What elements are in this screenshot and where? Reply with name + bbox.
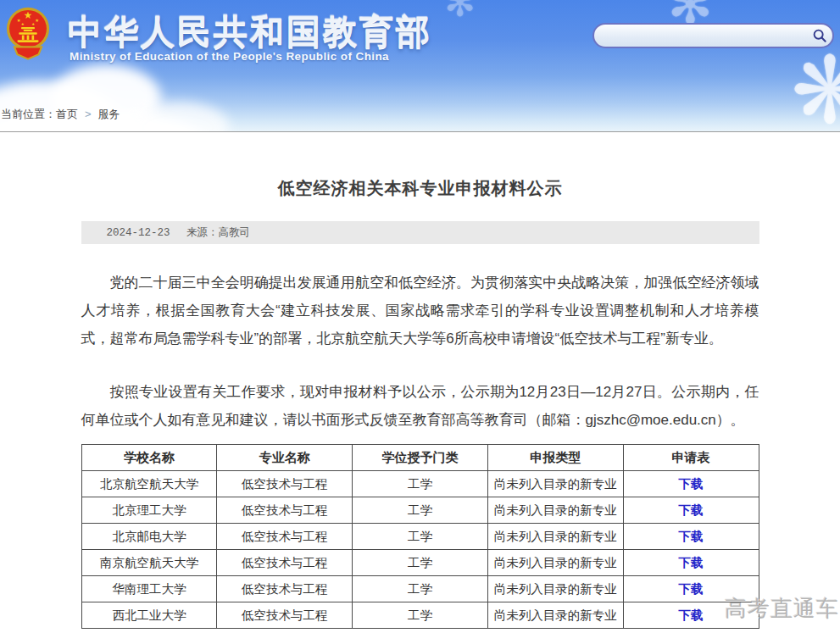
article-paragraph: 按照专业设置有关工作要求，现对申报材料予以公示，公示期为12月23日—12月27… [81,378,759,434]
cell-degree: 工学 [353,602,488,629]
cell-type: 尚未列入目录的新专业 [487,497,623,524]
dandelion-decoration: ❊ [807,127,840,132]
cell-form: 下载 [623,550,759,576]
cell-type: 尚未列入目录的新专业 [487,602,623,629]
cell-major: 低空技术与工程 [217,524,353,550]
search-input[interactable] [594,25,807,46]
cell-school: 西北工业大学 [81,602,217,629]
dandelion-decoration: ❋ [791,44,840,132]
cell-school: 北京航空航天大学 [81,471,217,497]
download-link[interactable]: 下载 [679,582,704,596]
table-header-row: 学校名称 专业名称 学位授予门类 申报类型 申请表 [81,445,759,471]
cell-type: 尚未列入目录的新专业 [487,524,623,550]
col-header-major: 专业名称 [217,445,353,471]
svg-text:★: ★ [24,9,32,20]
article-body: 党的二十届三中全会明确提出发展通用航空和低空经济。为贯彻落实中央战略决策，加强低… [81,269,759,434]
cell-school: 南京航空航天大学 [81,550,217,576]
cell-degree: 工学 [353,576,488,602]
col-header-school: 学校名称 [81,445,217,471]
breadcrumb: 当前位置：首页>服务 [1,107,120,122]
cell-degree: 工学 [353,550,488,576]
site-title: 中华人民共和国教育部 [68,8,432,55]
table-row: 西北工业大学 低空技术与工程 工学 尚未列入目录的新专业 下载 [81,602,759,629]
col-header-degree: 学位授予门类 [353,445,488,471]
cell-school: 北京邮电大学 [81,524,217,550]
table-row: 北京航空航天大学 低空技术与工程 工学 尚未列入目录的新专业 下载 [81,471,759,497]
svg-text:★: ★ [31,22,35,26]
download-link[interactable]: 下载 [679,530,704,543]
cell-form: 下载 [623,497,759,524]
search-icon [812,28,827,43]
table-row: 华南理工大学 低空技术与工程 工学 尚未列入目录的新专业 下载 [81,576,759,602]
download-link[interactable]: 下载 [679,503,704,517]
search-button[interactable] [807,25,832,47]
svg-text:★: ★ [21,22,25,26]
article-meta-bar: 2024-12-23 来源：高教司 [81,221,759,244]
cell-school: 华南理工大学 [81,576,217,602]
cell-degree: 工学 [353,471,488,497]
col-header-type: 申报类型 [487,445,623,471]
breadcrumb-label: 当前位置： [1,108,56,120]
article-paragraph: 党的二十届三中全会明确提出发展通用航空和低空经济。为贯彻落实中央战略决策，加强低… [81,269,759,353]
site-header: ❋ ✻ ✻ ❊ ★ ★ ★ ★ ★ 中华人民共和国教育部 Ministry of… [0,0,840,132]
site-subtitle: Ministry of Education of the People's Re… [70,50,389,63]
article-source: 来源：高教司 [186,226,250,238]
main-content: 低空经济相关本科专业申报材料公示 2024-12-23 来源：高教司 党的二十届… [0,133,840,644]
article-date: 2024-12-23 [107,227,170,239]
search-box [592,23,834,48]
cell-type: 尚未列入目录的新专业 [487,576,623,602]
cell-major: 低空技术与工程 [217,550,353,576]
download-link[interactable]: 下载 [679,556,704,569]
cell-form: 下载 [623,524,759,550]
cell-major: 低空技术与工程 [217,497,353,524]
col-header-form: 申请表 [623,445,759,471]
download-link[interactable]: 下载 [679,608,704,622]
cell-form: 下载 [623,471,759,497]
cell-school: 北京理工大学 [81,497,217,524]
breadcrumb-item-home[interactable]: 首页 [56,108,78,120]
breadcrumb-item-service[interactable]: 服务 [98,108,120,120]
cell-type: 尚未列入目录的新专业 [487,471,623,497]
svg-text:★: ★ [35,18,39,23]
article-title: 低空经济相关本科专业申报材料公示 [0,177,840,200]
breadcrumb-separator: > [85,108,92,120]
cell-major: 低空技术与工程 [217,576,353,602]
dandelion-decoration: ✻ [444,0,476,22]
cell-major: 低空技术与工程 [217,471,353,497]
watermark: 高考直通车 [725,594,839,624]
table-row: 北京理工大学 低空技术与工程 工学 尚未列入目录的新专业 下载 [81,497,759,524]
cell-degree: 工学 [353,497,488,524]
cell-major: 低空技术与工程 [217,602,353,629]
table-row: 北京邮电大学 低空技术与工程 工学 尚未列入目录的新专业 下载 [81,524,759,550]
table-row: 南京航空航天大学 低空技术与工程 工学 尚未列入目录的新专业 下载 [81,550,759,576]
application-table: 学校名称 专业名称 学位授予门类 申报类型 申请表 北京航空航天大学 低空技术与… [81,444,759,629]
download-link[interactable]: 下载 [679,477,704,491]
national-emblem-icon: ★ ★ ★ ★ ★ [5,6,51,64]
cell-type: 尚未列入目录的新专业 [487,550,623,576]
cell-degree: 工学 [353,524,488,550]
